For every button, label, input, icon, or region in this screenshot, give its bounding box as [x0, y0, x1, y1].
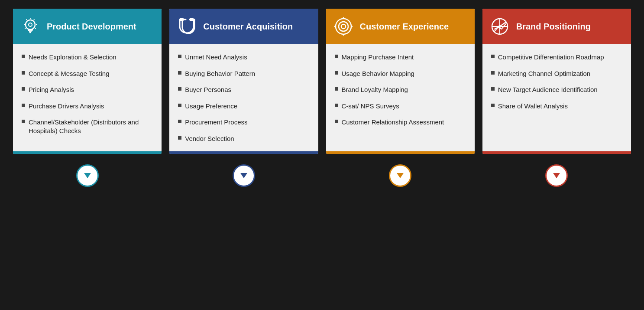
card-customer-experience: Customer ExperienceMapping Purchase Inte…: [326, 9, 475, 154]
list-item: Usage Preference: [178, 102, 311, 111]
card-title-customer-acquisition: Customer Acquisition: [203, 21, 293, 32]
list-item-text: Brand Loyalty Mapping: [342, 85, 408, 94]
arrow-wrapper-brand-positioning: [482, 164, 631, 187]
bullet-icon: [22, 55, 25, 58]
list-item-text: Purchase Drivers Analysis: [29, 102, 104, 111]
arrow-wrapper-customer-experience: [326, 164, 475, 187]
svg-point-18: [339, 22, 348, 31]
svg-marker-31: [553, 173, 560, 178]
list-item-text: Needs Exploration & Selection: [29, 53, 117, 62]
svg-marker-29: [240, 173, 247, 178]
list-item-text: Share of Wallet Analysis: [498, 102, 568, 111]
list-item-text: Unmet Need Analysis: [185, 53, 247, 62]
bullet-icon: [178, 120, 181, 123]
list-item-text: Channel/Stakeholder (Distributors and Ho…: [29, 118, 155, 135]
bullet-icon: [491, 55, 495, 58]
card-title-product-development: Product Development: [47, 21, 136, 32]
list-item: Usage Behavior Mapping: [335, 69, 468, 78]
bullet-icon: [491, 104, 495, 107]
arrow-wrapper-customer-acquisition: [169, 164, 318, 187]
card-body-customer-acquisition: Unmet Need AnalysisBuying Behavior Patte…: [169, 44, 318, 151]
bullet-icon: [22, 104, 25, 107]
bullet-icon: [178, 71, 181, 75]
arrow-wrapper-product-development: [13, 164, 162, 187]
list-item: Concept & Message Testing: [22, 69, 155, 78]
list-item-text: Usage Behavior Mapping: [342, 69, 414, 78]
list-item-text: New Target Audience Identification: [498, 85, 598, 94]
bullet-icon: [178, 87, 181, 91]
svg-rect-15: [180, 18, 184, 21]
svg-rect-16: [190, 18, 194, 21]
list-item: Mapping Purchase Intent: [335, 53, 468, 62]
bullet-icon: [491, 71, 495, 75]
chart-icon: [489, 15, 511, 38]
svg-line-4: [34, 20, 35, 20]
card-body-customer-experience: Mapping Purchase IntentUsage Behavior Ma…: [326, 44, 475, 151]
svg-line-5: [26, 20, 27, 20]
list-item-text: Procurement Process: [185, 118, 247, 127]
list-item: C-sat/ NPS Surveys: [335, 102, 468, 111]
card-customer-acquisition: Customer AcquisitionUnmet Need AnalysisB…: [169, 9, 318, 154]
list-item-text: C-sat/ NPS Surveys: [342, 102, 399, 111]
svg-line-8: [35, 28, 36, 29]
arrow-circle-brand-positioning[interactable]: [545, 164, 568, 187]
bullet-icon: [335, 71, 338, 75]
list-item: New Target Audience Identification: [491, 85, 624, 94]
bullet-icon: [491, 87, 495, 91]
list-item-text: Mapping Purchase Intent: [342, 53, 414, 62]
bullet-icon: [22, 87, 25, 91]
list-item: Brand Loyalty Mapping: [335, 85, 468, 94]
list-item: Purchase Drivers Analysis: [22, 102, 155, 111]
card-product-development: Product DevelopmentNeeds Exploration & S…: [13, 9, 162, 154]
list-item-text: Usage Preference: [185, 102, 237, 111]
list-item: Share of Wallet Analysis: [491, 102, 624, 111]
list-item-text: Competitive Differentiation Roadmap: [498, 53, 604, 62]
svg-point-17: [336, 19, 351, 34]
card-header-customer-experience: Customer Experience: [326, 9, 475, 44]
list-item-text: Buying Behavior Pattern: [185, 69, 255, 78]
arrow-circle-customer-acquisition[interactable]: [233, 164, 255, 187]
card-footer-brand-positioning: [482, 151, 631, 154]
cards-container: Product DevelopmentNeeds Exploration & S…: [13, 9, 631, 154]
list-item: Buyer Personas: [178, 85, 311, 94]
list-item-text: Vendor Selection: [185, 134, 234, 143]
bullet-icon: [335, 104, 338, 107]
card-header-product-development: Product Development: [13, 9, 162, 44]
card-body-brand-positioning: Competitive Differentiation RoadmapMarke…: [482, 44, 631, 151]
target-icon: [332, 15, 355, 38]
arrow-circle-product-development[interactable]: [76, 164, 99, 187]
list-item: Customer Relationship Assessment: [335, 118, 468, 127]
lightbulb-icon: [19, 15, 42, 38]
list-item-text: Buyer Personas: [185, 85, 231, 94]
bullet-icon: [335, 55, 338, 58]
list-item-text: Pricing Analysis: [29, 85, 74, 94]
bullet-icon: [178, 104, 181, 107]
list-item: Pricing Analysis: [22, 85, 155, 94]
list-item: Competitive Differentiation Roadmap: [491, 53, 624, 62]
list-item: Unmet Need Analysis: [178, 53, 311, 62]
card-brand-positioning: Brand PositioningCompetitive Differentia…: [482, 9, 631, 154]
magnet-icon: [175, 15, 198, 38]
card-body-product-development: Needs Exploration & SelectionConcept & M…: [13, 44, 162, 151]
bullet-icon: [335, 87, 338, 91]
list-item: Vendor Selection: [178, 134, 311, 143]
list-item-text: Marketing Channel Optimization: [498, 69, 590, 78]
arrows-container: [13, 164, 631, 187]
list-item: Procurement Process: [178, 118, 311, 127]
svg-point-0: [26, 20, 35, 29]
arrow-circle-customer-experience[interactable]: [389, 164, 411, 187]
card-title-brand-positioning: Brand Positioning: [516, 21, 591, 32]
bullet-icon: [335, 120, 338, 123]
svg-marker-30: [397, 173, 404, 178]
list-item-text: Concept & Message Testing: [29, 69, 110, 78]
list-item-text: Customer Relationship Assessment: [342, 118, 444, 127]
svg-marker-28: [84, 173, 91, 178]
svg-line-9: [25, 28, 26, 29]
list-item: Marketing Channel Optimization: [491, 69, 624, 78]
list-item: Needs Exploration & Selection: [22, 53, 155, 62]
card-footer-customer-acquisition: [169, 151, 318, 154]
card-footer-product-development: [13, 151, 162, 154]
card-footer-customer-experience: [326, 151, 475, 154]
bullet-icon: [22, 120, 25, 123]
list-item: Channel/Stakeholder (Distributors and Ho…: [22, 118, 155, 135]
